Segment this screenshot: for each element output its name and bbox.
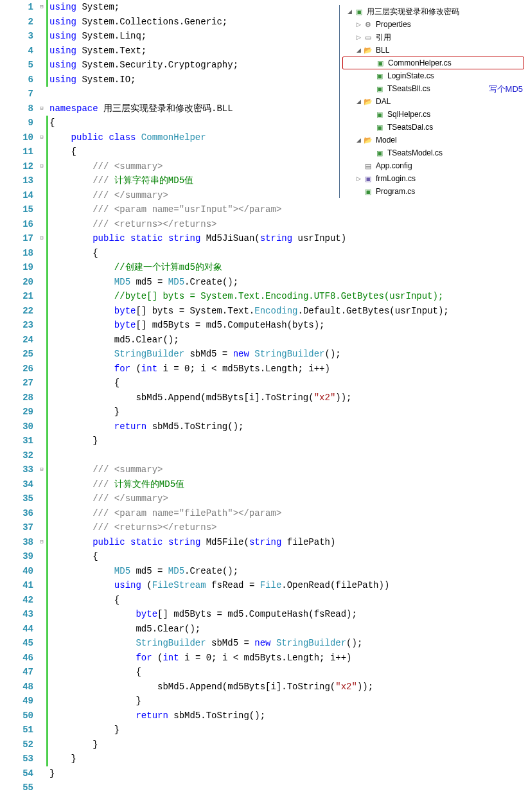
code-line[interactable]: 51 } — [0, 723, 528, 737]
code-line[interactable]: 37 /// <returns></returns> — [0, 520, 528, 535]
tree-file-program[interactable]: ▷ ▣ Program.cs — [342, 185, 524, 198]
code-line[interactable]: 16 /// <returns></returns> — [0, 217, 528, 232]
code-line[interactable]: 40 MD5 md5 = MD5.Create(); — [0, 564, 528, 579]
code-line[interactable]: 41 using (FileStream fsRead = File.OpenR… — [0, 578, 528, 593]
fold-gutter[interactable]: ⊟ — [37, 130, 46, 145]
code-line[interactable]: 17⊟ public static string Md5JiSuan(strin… — [0, 231, 528, 246]
code-line[interactable]: 48 sbMd5.Append(md5Byts[i].ToString("x2"… — [0, 680, 528, 694]
code-text[interactable]: return sbMd5.ToString(); — [48, 709, 265, 723]
code-line[interactable]: 35 /// </summary> — [0, 491, 528, 506]
code-text[interactable]: //byte[] byts = System.Text.Encoding.UTF… — [48, 289, 443, 304]
code-line[interactable]: 42 { — [0, 593, 528, 608]
code-text[interactable]: StringBuilder sbMd5 = new StringBuilder(… — [48, 347, 341, 362]
tree-folder-dal[interactable]: ◢ 📂 DAL — [342, 95, 524, 108]
code-line[interactable]: 52 } — [0, 737, 528, 752]
tree-folder-bll[interactable]: ◢ 📂 BLL — [342, 44, 524, 57]
code-line[interactable]: 23 byte[] md5Byts = md5.ComputeHash(byts… — [0, 318, 528, 333]
tree-references[interactable]: ▷ ▭ 引用 — [342, 31, 524, 44]
code-line[interactable]: 43 byte[] md5Byts = md5.ComputeHash(fsRe… — [0, 607, 528, 622]
fold-gutter[interactable]: ⊟ — [37, 231, 46, 246]
code-line[interactable]: 50 return sbMd5.ToString(); — [0, 709, 528, 723]
fold-gutter[interactable]: ⊟ — [37, 535, 46, 550]
tree-file-loginstate[interactable]: ▷ ▣ LoginState.cs — [342, 69, 524, 82]
code-text[interactable]: return sbMd5.ToString(); — [48, 419, 243, 434]
code-line[interactable]: 49 } — [0, 694, 528, 709]
chevron-right-icon[interactable]: ▷ — [354, 175, 363, 182]
code-line[interactable]: 21 //byte[] byts = System.Text.Encoding.… — [0, 289, 528, 304]
code-line[interactable]: 47 { — [0, 665, 528, 680]
code-line[interactable]: 27 { — [0, 376, 528, 391]
code-text[interactable]: /// 计算字符串的MD5值 — [48, 173, 193, 188]
code-text[interactable]: using (FileStream fsRead = File.OpenRead… — [48, 578, 389, 593]
fold-gutter[interactable]: ⊟ — [37, 159, 46, 174]
code-line[interactable]: 36 /// <param name="filePath"></param> — [0, 506, 528, 521]
code-text[interactable]: public static string Md5JiSuan(string us… — [48, 231, 346, 246]
code-line[interactable]: 29 } — [0, 405, 528, 419]
code-line[interactable]: 53 } — [0, 752, 528, 766]
code-line[interactable]: 54} — [0, 766, 528, 781]
code-line[interactable]: 26 for (int i = 0; i < md5Byts.Length; i… — [0, 362, 528, 376]
code-text[interactable]: //创建一个计算md5的对象 — [48, 260, 222, 275]
code-text[interactable]: using System; — [48, 0, 119, 15]
chevron-down-icon[interactable]: ◢ — [354, 137, 363, 143]
code-text[interactable]: byte[] md5Byts = md5.ComputeHash(fsRead)… — [48, 607, 357, 622]
code-text[interactable]: byte[] byts = System.Text.Encoding.Defau… — [48, 304, 449, 319]
chevron-down-icon[interactable]: ◢ — [354, 47, 363, 53]
tree-folder-model[interactable]: ◢ 📂 Model — [342, 134, 524, 146]
code-line[interactable]: 33⊟ /// <summary> — [0, 463, 528, 477]
code-line[interactable]: 45 StringBuilder sbMd5 = new StringBuild… — [0, 636, 528, 651]
code-line[interactable]: 39 { — [0, 549, 528, 564]
code-line[interactable]: 22 byte[] byts = System.Text.Encoding.De… — [0, 304, 528, 319]
code-text[interactable]: public static string Md5File(string file… — [48, 535, 335, 550]
code-text[interactable]: sbMd5.Append(md5Byts[i].ToString("x2")); — [48, 391, 352, 405]
code-text[interactable]: MD5 md5 = MD5.Create(); — [48, 275, 238, 290]
code-text[interactable]: } — [48, 752, 76, 766]
code-text[interactable]: namespace 用三层实现登录和修改密码.BLL — [48, 102, 233, 116]
code-text[interactable]: for (int i = 0; i < md5Byts.Length; i++) — [48, 651, 352, 666]
code-text[interactable]: { — [48, 246, 98, 261]
code-text[interactable]: } — [48, 405, 119, 419]
tree-file-appconfig[interactable]: ▷ ▤ App.config — [342, 159, 524, 172]
tree-properties[interactable]: ▷ ⚙ Properties — [342, 18, 524, 31]
code-line[interactable]: 32 — [0, 448, 528, 463]
code-text[interactable]: { — [48, 665, 141, 680]
tree-file-tseatsdal[interactable]: ▷ ▣ TSeatsDal.cs — [342, 121, 524, 134]
code-line[interactable]: 46 for (int i = 0; i < md5Byts.Length; i… — [0, 651, 528, 666]
code-text[interactable]: byte[] md5Byts = md5.ComputeHash(byts); — [48, 318, 325, 333]
code-line[interactable]: 20 MD5 md5 = MD5.Create(); — [0, 275, 528, 290]
chevron-down-icon[interactable]: ◢ — [354, 98, 363, 105]
tree-file-frmlogin[interactable]: ▷ ▣ frmLogin.cs — [342, 172, 524, 185]
code-line[interactable]: 34 /// 计算文件的MD5值 — [0, 477, 528, 492]
code-line[interactable]: 55 — [0, 781, 528, 795]
code-text[interactable]: using System.Security.Cryptography; — [48, 58, 238, 73]
code-text[interactable]: for (int i = 0; i < md5Byts.Length; i++) — [48, 362, 330, 376]
code-text[interactable]: /// </summary> — [48, 491, 168, 506]
fold-gutter[interactable]: ⊟ — [37, 463, 46, 477]
code-line[interactable]: 18 { — [0, 246, 528, 261]
code-text[interactable]: { — [48, 593, 119, 608]
code-line[interactable]: 24 md5.Clear(); — [0, 333, 528, 348]
code-text[interactable]: { — [48, 145, 76, 159]
code-text[interactable]: MD5 md5 = MD5.Create(); — [48, 564, 238, 579]
code-text[interactable]: /// <returns></returns> — [48, 520, 216, 535]
code-line[interactable]: 30 return sbMd5.ToString(); — [0, 419, 528, 434]
tree-file-sqlhelper[interactable]: ▷ ▣ SqlHelper.cs — [342, 108, 524, 121]
code-line[interactable]: 44 md5.Clear(); — [0, 622, 528, 637]
code-text[interactable]: using System.Linq; — [48, 29, 146, 44]
code-line[interactable]: 25 StringBuilder sbMd5 = new StringBuild… — [0, 347, 528, 362]
code-line[interactable]: 15 /// <param name="usrInput"></param> — [0, 202, 528, 217]
code-text[interactable]: using System.IO; — [48, 73, 136, 87]
code-line[interactable]: 28 sbMd5.Append(md5Byts[i].ToString("x2"… — [0, 391, 528, 405]
code-text[interactable]: /// <summary> — [48, 463, 163, 477]
code-text[interactable]: /// <summary> — [48, 159, 163, 174]
code-text[interactable]: { — [48, 549, 98, 564]
code-text[interactable]: public class CommonHelper — [48, 130, 206, 145]
code-text[interactable]: } — [48, 694, 141, 709]
code-line[interactable]: 19 //创建一个计算md5的对象 — [0, 260, 528, 275]
tree-project[interactable]: ◢ ▣ 用三层实现登录和修改密码 — [342, 5, 524, 18]
code-text[interactable]: /// <returns></returns> — [48, 217, 216, 232]
code-text[interactable]: md5.Clear(); — [48, 333, 179, 348]
code-text[interactable]: sbMd5.Append(md5Byts[i].ToString("x2")); — [48, 680, 373, 694]
code-text[interactable]: } — [48, 723, 119, 737]
fold-gutter[interactable]: ⊟ — [37, 0, 46, 15]
